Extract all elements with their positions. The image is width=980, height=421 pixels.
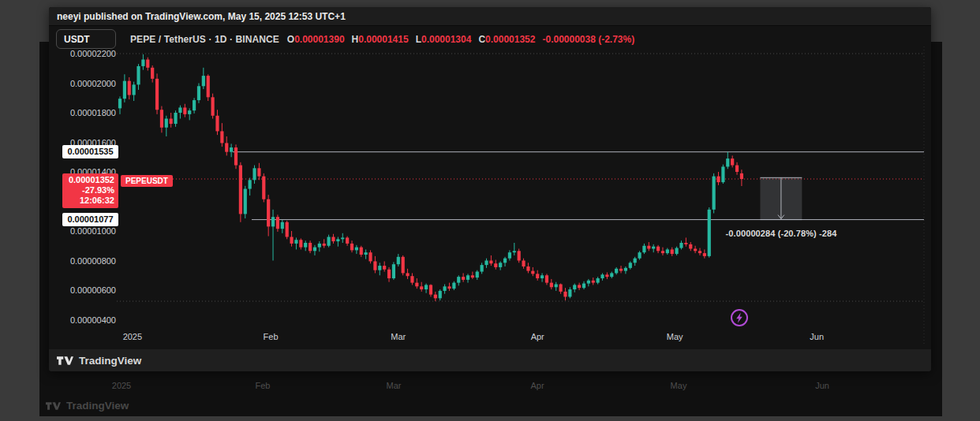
tradingview-logo-icon — [57, 355, 73, 367]
dimmed-time-axis-label: Jun — [815, 381, 829, 390]
price-axis-label: 0.00002000 — [61, 79, 116, 88]
candlestick-series — [118, 54, 743, 301]
dimmed-time-axis-label: Mar — [387, 381, 402, 390]
time-axis-label: 2025 — [123, 332, 142, 341]
screenshot-root: 2025FebMarAprMayJun TradingView neeyi pu… — [0, 0, 980, 421]
dimmed-tradingview-watermark: TradingView — [46, 400, 129, 412]
time-axis-label: Apr — [531, 332, 544, 341]
dimmed-watermark-label: TradingView — [66, 400, 129, 412]
price-axis-label: 0.00001800 — [61, 109, 116, 117]
price-axis-label: 0.00000400 — [61, 315, 116, 324]
price-axis-label: 0.00002200 — [61, 50, 116, 58]
upper-level-price-tag: 0.00001535 — [62, 145, 118, 158]
lower-level-price-tag: 0.00001077 — [62, 213, 118, 226]
dimmed-time-axis-label: 2025 — [112, 381, 131, 390]
published-chart-card: neeyi published on TradingView.com, May … — [49, 7, 931, 371]
dimmed-time-axis-label: Apr — [530, 381, 544, 390]
time-axis-label: May — [667, 332, 683, 341]
footer-brand-label: TradingView — [79, 355, 141, 367]
last-price-value: 0.00001352 — [62, 175, 114, 185]
dimmed-time-axis-label: Feb — [256, 381, 271, 390]
price-axis-label: 0.00001000 — [61, 227, 116, 236]
tradingview-logo-icon — [46, 401, 61, 412]
price-range-measure-label: -0.00000284 (-20.78%) -284 — [726, 229, 837, 238]
last-price-tag: 0.00001352 -27.93% 12:06:32 — [62, 173, 118, 208]
lightning-icon — [729, 307, 750, 328]
boost-button[interactable] — [729, 307, 750, 328]
tradingview-logo-link[interactable]: TradingView — [57, 355, 141, 367]
price-axis-label: 0.00000800 — [61, 256, 116, 265]
dimmed-time-axis-label: May — [671, 381, 687, 390]
price-axis-label: 0.00000600 — [61, 286, 116, 295]
symbol-price-line-tag: PEPEUSDT — [121, 175, 173, 187]
card-footer: TradingView — [49, 349, 931, 371]
candlestick-chart — [49, 7, 931, 371]
last-change-percent: -27.93% — [62, 185, 114, 196]
time-axis-label: Mar — [391, 332, 406, 341]
time-axis-label: Feb — [264, 332, 279, 341]
bar-countdown: 12:06:32 — [62, 196, 114, 206]
time-axis-label: Jun — [810, 332, 824, 341]
